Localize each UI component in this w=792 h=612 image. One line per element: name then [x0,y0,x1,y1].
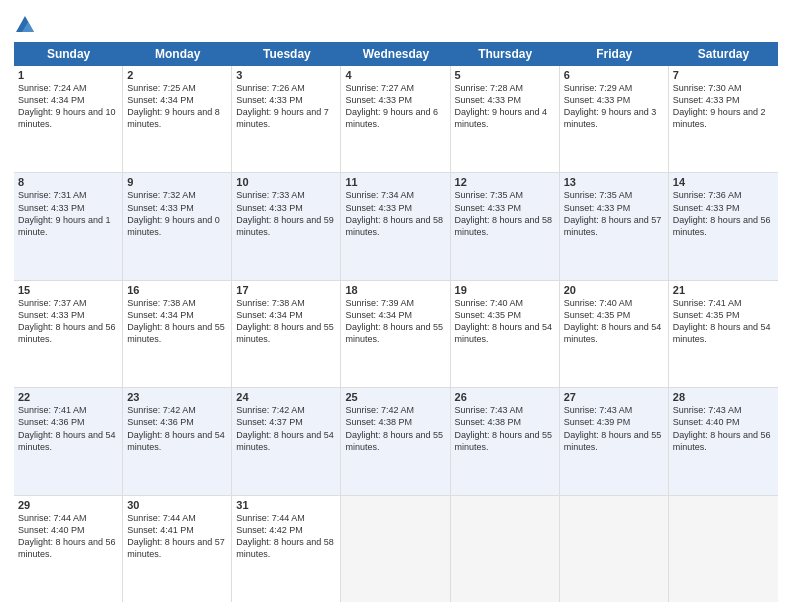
weekday-header: Tuesday [232,42,341,66]
calendar-day-cell: 9Sunrise: 7:32 AMSunset: 4:33 PMDaylight… [123,173,232,279]
day-number: 12 [455,176,555,188]
day-number: 20 [564,284,664,296]
day-number: 26 [455,391,555,403]
day-number: 2 [127,69,227,81]
day-number: 4 [345,69,445,81]
day-info: Sunrise: 7:43 AMSunset: 4:38 PMDaylight:… [455,404,555,453]
page-header [14,10,778,36]
day-number: 31 [236,499,336,511]
day-info: Sunrise: 7:40 AMSunset: 4:35 PMDaylight:… [564,297,664,346]
day-number: 1 [18,69,118,81]
day-info: Sunrise: 7:26 AMSunset: 4:33 PMDaylight:… [236,82,336,131]
day-number: 29 [18,499,118,511]
day-info: Sunrise: 7:38 AMSunset: 4:34 PMDaylight:… [236,297,336,346]
calendar-week-row: 22Sunrise: 7:41 AMSunset: 4:36 PMDayligh… [14,388,778,495]
day-number: 16 [127,284,227,296]
calendar-day-cell: 5Sunrise: 7:28 AMSunset: 4:33 PMDaylight… [451,66,560,172]
calendar-day-cell: 30Sunrise: 7:44 AMSunset: 4:41 PMDayligh… [123,496,232,602]
day-number: 22 [18,391,118,403]
calendar-day-cell: 17Sunrise: 7:38 AMSunset: 4:34 PMDayligh… [232,281,341,387]
day-info: Sunrise: 7:34 AMSunset: 4:33 PMDaylight:… [345,189,445,238]
page-container: SundayMondayTuesdayWednesdayThursdayFrid… [0,0,792,612]
calendar-header: SundayMondayTuesdayWednesdayThursdayFrid… [14,42,778,66]
calendar-day-cell [451,496,560,602]
day-info: Sunrise: 7:42 AMSunset: 4:36 PMDaylight:… [127,404,227,453]
calendar-day-cell: 28Sunrise: 7:43 AMSunset: 4:40 PMDayligh… [669,388,778,494]
day-info: Sunrise: 7:41 AMSunset: 4:36 PMDaylight:… [18,404,118,453]
calendar-day-cell: 11Sunrise: 7:34 AMSunset: 4:33 PMDayligh… [341,173,450,279]
day-info: Sunrise: 7:31 AMSunset: 4:33 PMDaylight:… [18,189,118,238]
calendar-day-cell: 29Sunrise: 7:44 AMSunset: 4:40 PMDayligh… [14,496,123,602]
day-info: Sunrise: 7:24 AMSunset: 4:34 PMDaylight:… [18,82,118,131]
weekday-header: Thursday [451,42,560,66]
calendar-day-cell: 1Sunrise: 7:24 AMSunset: 4:34 PMDaylight… [14,66,123,172]
calendar-week-row: 1Sunrise: 7:24 AMSunset: 4:34 PMDaylight… [14,66,778,173]
calendar-day-cell: 22Sunrise: 7:41 AMSunset: 4:36 PMDayligh… [14,388,123,494]
day-number: 19 [455,284,555,296]
calendar: SundayMondayTuesdayWednesdayThursdayFrid… [14,42,778,602]
day-number: 30 [127,499,227,511]
calendar-week-row: 8Sunrise: 7:31 AMSunset: 4:33 PMDaylight… [14,173,778,280]
calendar-day-cell: 3Sunrise: 7:26 AMSunset: 4:33 PMDaylight… [232,66,341,172]
calendar-day-cell: 18Sunrise: 7:39 AMSunset: 4:34 PMDayligh… [341,281,450,387]
calendar-day-cell: 4Sunrise: 7:27 AMSunset: 4:33 PMDaylight… [341,66,450,172]
calendar-day-cell [669,496,778,602]
day-number: 10 [236,176,336,188]
calendar-day-cell: 27Sunrise: 7:43 AMSunset: 4:39 PMDayligh… [560,388,669,494]
day-info: Sunrise: 7:36 AMSunset: 4:33 PMDaylight:… [673,189,774,238]
day-info: Sunrise: 7:35 AMSunset: 4:33 PMDaylight:… [455,189,555,238]
weekday-header: Sunday [14,42,123,66]
logo [14,14,38,36]
day-number: 13 [564,176,664,188]
day-number: 7 [673,69,774,81]
day-number: 28 [673,391,774,403]
day-number: 6 [564,69,664,81]
calendar-day-cell: 15Sunrise: 7:37 AMSunset: 4:33 PMDayligh… [14,281,123,387]
calendar-day-cell: 10Sunrise: 7:33 AMSunset: 4:33 PMDayligh… [232,173,341,279]
day-info: Sunrise: 7:41 AMSunset: 4:35 PMDaylight:… [673,297,774,346]
day-number: 14 [673,176,774,188]
day-info: Sunrise: 7:44 AMSunset: 4:41 PMDaylight:… [127,512,227,561]
calendar-day-cell: 2Sunrise: 7:25 AMSunset: 4:34 PMDaylight… [123,66,232,172]
day-info: Sunrise: 7:33 AMSunset: 4:33 PMDaylight:… [236,189,336,238]
weekday-header: Saturday [669,42,778,66]
calendar-day-cell: 8Sunrise: 7:31 AMSunset: 4:33 PMDaylight… [14,173,123,279]
day-number: 9 [127,176,227,188]
day-number: 17 [236,284,336,296]
calendar-week-row: 29Sunrise: 7:44 AMSunset: 4:40 PMDayligh… [14,496,778,602]
calendar-day-cell: 16Sunrise: 7:38 AMSunset: 4:34 PMDayligh… [123,281,232,387]
calendar-day-cell: 26Sunrise: 7:43 AMSunset: 4:38 PMDayligh… [451,388,560,494]
day-number: 3 [236,69,336,81]
day-info: Sunrise: 7:43 AMSunset: 4:39 PMDaylight:… [564,404,664,453]
calendar-body: 1Sunrise: 7:24 AMSunset: 4:34 PMDaylight… [14,66,778,602]
day-info: Sunrise: 7:42 AMSunset: 4:38 PMDaylight:… [345,404,445,453]
day-number: 11 [345,176,445,188]
calendar-day-cell: 21Sunrise: 7:41 AMSunset: 4:35 PMDayligh… [669,281,778,387]
day-info: Sunrise: 7:40 AMSunset: 4:35 PMDaylight:… [455,297,555,346]
weekday-header: Monday [123,42,232,66]
calendar-day-cell: 20Sunrise: 7:40 AMSunset: 4:35 PMDayligh… [560,281,669,387]
day-number: 18 [345,284,445,296]
day-info: Sunrise: 7:42 AMSunset: 4:37 PMDaylight:… [236,404,336,453]
day-number: 27 [564,391,664,403]
day-info: Sunrise: 7:44 AMSunset: 4:40 PMDaylight:… [18,512,118,561]
day-info: Sunrise: 7:37 AMSunset: 4:33 PMDaylight:… [18,297,118,346]
day-info: Sunrise: 7:43 AMSunset: 4:40 PMDaylight:… [673,404,774,453]
weekday-header: Friday [560,42,669,66]
calendar-day-cell [341,496,450,602]
day-info: Sunrise: 7:44 AMSunset: 4:42 PMDaylight:… [236,512,336,561]
day-number: 25 [345,391,445,403]
calendar-day-cell: 13Sunrise: 7:35 AMSunset: 4:33 PMDayligh… [560,173,669,279]
calendar-day-cell: 23Sunrise: 7:42 AMSunset: 4:36 PMDayligh… [123,388,232,494]
calendar-day-cell: 31Sunrise: 7:44 AMSunset: 4:42 PMDayligh… [232,496,341,602]
day-number: 5 [455,69,555,81]
logo-icon [14,14,36,36]
day-info: Sunrise: 7:30 AMSunset: 4:33 PMDaylight:… [673,82,774,131]
calendar-day-cell: 14Sunrise: 7:36 AMSunset: 4:33 PMDayligh… [669,173,778,279]
day-info: Sunrise: 7:29 AMSunset: 4:33 PMDaylight:… [564,82,664,131]
day-info: Sunrise: 7:27 AMSunset: 4:33 PMDaylight:… [345,82,445,131]
weekday-header: Wednesday [341,42,450,66]
calendar-day-cell: 6Sunrise: 7:29 AMSunset: 4:33 PMDaylight… [560,66,669,172]
calendar-day-cell: 25Sunrise: 7:42 AMSunset: 4:38 PMDayligh… [341,388,450,494]
day-info: Sunrise: 7:28 AMSunset: 4:33 PMDaylight:… [455,82,555,131]
